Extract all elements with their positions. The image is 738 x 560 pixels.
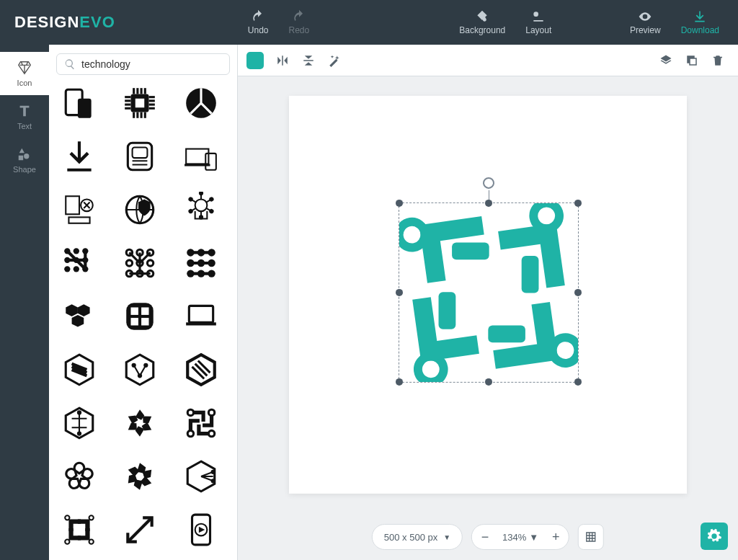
grid-nodes-icon[interactable] [178, 244, 224, 283]
object-toolbar [238, 45, 738, 76]
swirl-circuit-icon[interactable] [56, 510, 102, 549]
delete-button[interactable] [706, 49, 729, 72]
svg-rect-19 [135, 99, 145, 108]
topbar: DESIGNEVO Undo Redo Background Layout Pr… [0, 0, 738, 45]
layout-button[interactable]: Layout [515, 0, 561, 45]
svg-rect-96 [452, 242, 489, 259]
sim-card-icon[interactable] [117, 137, 163, 176]
svg-rect-25 [205, 154, 216, 170]
rotate-handle[interactable] [483, 177, 494, 188]
svg-point-34 [209, 197, 213, 202]
svg-rect-70 [127, 303, 154, 330]
canvas-area[interactable]: 500 x 500 px ▼ − 134% ▼ + [238, 76, 738, 560]
chevron-down-icon: ▼ [529, 532, 538, 543]
fill-color-swatch[interactable] [246, 52, 264, 69]
svg-point-90 [89, 515, 94, 520]
arrows-diag-icon[interactable] [117, 510, 163, 549]
chip-icon[interactable] [117, 84, 163, 123]
swirl-hex-icon[interactable] [117, 404, 163, 443]
copy-icon [685, 54, 698, 67]
sidenav-shape[interactable]: Shape [0, 138, 49, 182]
resize-handle-br[interactable] [574, 378, 582, 385]
flip-h-icon [276, 54, 289, 67]
resize-handle-mr[interactable] [574, 288, 582, 295]
grid-icon [585, 531, 597, 543]
circuit-brain-icon[interactable] [178, 190, 224, 229]
trash-icon [711, 54, 724, 67]
svg-point-40 [188, 209, 192, 213]
svg-point-84 [208, 430, 214, 436]
magic-icon [328, 54, 341, 67]
artboard[interactable] [289, 95, 687, 493]
sidenav-text[interactable]: Text [0, 95, 49, 138]
resize-handle-tr[interactable] [574, 199, 582, 206]
text-icon [17, 103, 32, 119]
zoom-in-button[interactable]: + [543, 524, 569, 550]
hex-circuit-icon[interactable] [117, 350, 163, 389]
svg-point-32 [200, 192, 203, 195]
resize-handle-tm[interactable] [485, 199, 492, 206]
selected-logo-shape[interactable] [399, 203, 578, 381]
bottom-bar: 500 x 500 px ▼ − 134% ▼ + [372, 524, 604, 550]
canvas-size-dropdown[interactable]: 500 x 500 px ▼ [372, 524, 463, 550]
hex-cluster-icon[interactable] [56, 297, 102, 336]
download-button[interactable]: Download [671, 0, 729, 45]
window-tiles-icon[interactable] [117, 297, 163, 336]
search-box[interactable] [56, 53, 230, 75]
resize-handle-tl[interactable] [396, 199, 403, 206]
connection-nodes-icon[interactable] [117, 244, 163, 283]
gear-icon [706, 528, 722, 544]
laptop-phone-icon[interactable] [178, 137, 224, 176]
undo-button[interactable]: Undo [238, 0, 279, 45]
pie-network-icon[interactable] [178, 84, 224, 123]
rotary-circuit-icon[interactable] [178, 404, 224, 443]
svg-point-57 [148, 260, 154, 266]
zoom-out-button[interactable]: − [472, 524, 498, 550]
svg-rect-26 [66, 196, 79, 214]
editor-area: 500 x 500 px ▼ − 134% ▼ + [238, 45, 738, 560]
svg-rect-74 [141, 318, 148, 325]
hex-lines-icon[interactable] [178, 350, 224, 389]
flip-horizontal-button[interactable] [271, 49, 294, 72]
resize-handle-ml[interactable] [396, 288, 403, 295]
svg-point-49 [64, 266, 70, 272]
svg-point-55 [127, 260, 133, 266]
download-arrow-icon[interactable] [56, 137, 102, 176]
effects-button[interactable] [323, 49, 346, 72]
redo-button[interactable]: Redo [279, 0, 320, 45]
resize-handle-bm[interactable] [485, 378, 492, 385]
side-nav: Icon Text Shape [0, 45, 49, 560]
svg-rect-73 [131, 318, 138, 325]
globe-shield-icon[interactable] [117, 190, 163, 229]
settings-fab[interactable] [701, 523, 728, 550]
zoom-value-dropdown[interactable]: 134% ▼ [498, 532, 543, 543]
svg-point-36 [209, 209, 213, 213]
grid-toggle-button[interactable] [578, 524, 604, 550]
hex-plug-icon[interactable] [178, 457, 224, 496]
svg-point-83 [208, 409, 214, 415]
sidenav-icon[interactable]: Icon [0, 52, 49, 95]
duplicate-button[interactable] [680, 49, 703, 72]
devices-icon[interactable] [56, 84, 102, 123]
hex-stripes-icon[interactable] [56, 350, 102, 389]
flip-vertical-button[interactable] [297, 49, 320, 72]
resize-handle-bl[interactable] [396, 378, 403, 385]
layers-button[interactable] [654, 49, 677, 72]
svg-rect-76 [186, 322, 216, 325]
preview-button[interactable]: Preview [620, 0, 671, 45]
svg-point-92 [65, 540, 69, 544]
rotary-leaf-icon[interactable] [56, 457, 102, 496]
smartphone-play-icon[interactable] [178, 510, 224, 549]
pattern-dots-icon[interactable] [56, 244, 102, 283]
gear-swirl-icon[interactable] [117, 457, 163, 496]
background-button[interactable]: Background [449, 0, 515, 45]
svg-rect-28 [68, 217, 89, 223]
dashboard-research-icon[interactable] [56, 190, 102, 229]
search-input[interactable] [81, 58, 222, 70]
hex-node-icon[interactable] [56, 404, 102, 443]
selection-box[interactable] [399, 202, 579, 382]
layers-icon [659, 54, 672, 67]
svg-point-82 [187, 409, 193, 415]
svg-rect-71 [131, 308, 138, 315]
laptop-icon[interactable] [178, 297, 224, 336]
